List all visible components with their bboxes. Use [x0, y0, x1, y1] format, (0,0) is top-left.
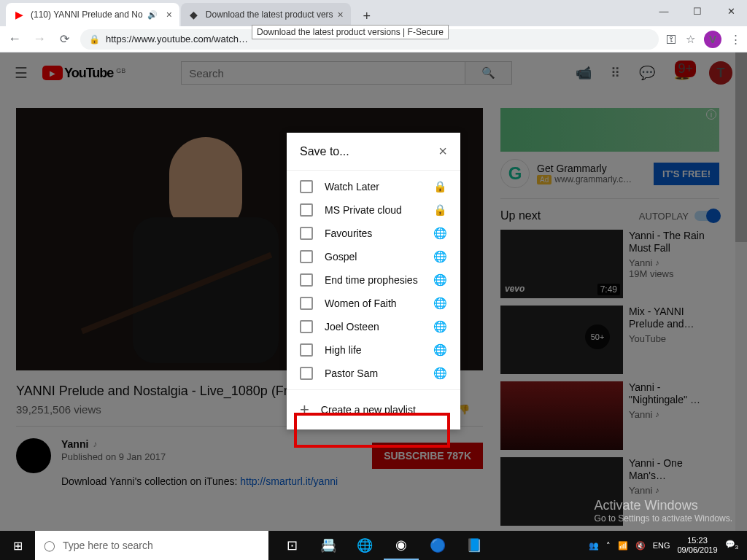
taskbar-app-2[interactable]: 🌐 [347, 531, 382, 560]
minimize-button[interactable]: — [654, 6, 674, 17]
globe-icon: 🌐 [433, 227, 447, 240]
playlist-checkbox[interactable] [300, 320, 313, 333]
save-to-playlist-modal: Save to... × Watch Later🔒MS Private clou… [287, 133, 460, 429]
close-window-button[interactable]: ✕ [721, 6, 741, 17]
windows-watermark: Activate Windows Go to Settings to activ… [595, 498, 732, 524]
globe-icon: 🌐 [433, 250, 447, 263]
playlist-checkbox[interactable] [300, 343, 313, 357]
browser-tab-active[interactable]: ▶ (110) YANNI Prelude and No 🔊 × [6, 3, 179, 26]
playlist-checkbox[interactable] [300, 250, 313, 263]
tab-tooltip: Download the latest product versions | F… [252, 25, 449, 39]
globe-icon: 🌐 [433, 343, 447, 357]
playlist-item[interactable]: High life🌐 [287, 338, 460, 362]
globe-icon: 🌐 [433, 320, 447, 333]
tab-title: Download the latest product vers [206, 9, 333, 20]
playlist-item[interactable]: Women of Faith🌐 [287, 292, 460, 315]
url-text: https://www.youtube.com/watch… [106, 34, 248, 44]
star-icon[interactable]: ☆ [686, 33, 695, 46]
playlist-name: MS Private cloud [325, 204, 422, 216]
taskbar-chrome[interactable]: ◉ [384, 531, 419, 560]
playlist-name: Gospel [325, 251, 422, 262]
tray-language[interactable]: ENG [653, 541, 670, 550]
playlist-checkbox[interactable] [300, 273, 313, 287]
lock-icon: 🔒 [433, 203, 447, 217]
tray-chevron-icon[interactable]: ˄ [606, 541, 611, 551]
create-playlist-label: Create a new playlist [321, 404, 416, 416]
playlist-name: High life [325, 344, 422, 356]
youtube-favicon: ▶ [13, 9, 25, 20]
tray-volume-muted-icon[interactable]: 🔇 [635, 541, 646, 551]
tab-close-icon[interactable]: × [338, 9, 344, 20]
key-icon[interactable]: ⚿ [666, 33, 677, 45]
playlist-name: Favourites [325, 228, 422, 239]
playlist-checkbox[interactable] [300, 297, 313, 310]
tray-clock[interactable]: 15:23 09/06/2019 [677, 536, 717, 555]
tray-people-icon[interactable]: 👥 [589, 541, 599, 551]
tray-network-icon[interactable]: 📶 [618, 541, 628, 551]
playlist-item[interactable]: Watch Later🔒 [287, 175, 460, 198]
chrome-menu-button[interactable]: ⋮ [730, 33, 741, 46]
playlist-item[interactable]: MS Private cloud🔒 [287, 198, 460, 222]
lock-icon: 🔒 [433, 180, 447, 193]
taskbar-app-1[interactable]: 📇 [311, 531, 346, 560]
playlist-item[interactable]: Gospel🌐 [287, 245, 460, 268]
playlist-checkbox[interactable] [300, 180, 313, 193]
taskbar-app-3[interactable]: 🔵 [420, 531, 455, 560]
cortana-icon: ◯ [44, 540, 55, 551]
tray-notifications-icon[interactable]: 💬3 [725, 540, 738, 551]
modal-title: Save to... [300, 145, 438, 158]
playlist-item[interactable]: Joel Osteen🌐 [287, 315, 460, 338]
tab-close-icon[interactable]: × [166, 9, 172, 20]
chrome-profile-button[interactable]: V [704, 31, 721, 48]
close-icon[interactable]: × [438, 143, 447, 160]
playlist-name: Watch Later [325, 181, 422, 192]
playlist-item[interactable]: Pastor Sam🌐 [287, 362, 460, 385]
playlist-item[interactable]: End time prophesies🌐 [287, 268, 460, 292]
playlist-name: Pastor Sam [325, 368, 422, 379]
globe-icon: 🌐 [433, 273, 447, 287]
reload-button[interactable]: ⟳ [55, 32, 73, 46]
playlist-checkbox[interactable] [300, 367, 313, 380]
playlist-checkbox[interactable] [300, 227, 313, 240]
taskbar-app-4[interactable]: 📘 [457, 531, 492, 560]
start-button[interactable]: ⊞ [0, 531, 35, 560]
playlist-name: End time prophesies [325, 274, 422, 286]
forward-button: → [31, 31, 48, 47]
globe-icon: 🌐 [433, 367, 447, 380]
lock-icon: 🔒 [89, 34, 100, 44]
playlist-checkbox[interactable] [300, 203, 313, 217]
globe-icon: 🌐 [433, 297, 447, 310]
windows-search-box[interactable]: ◯ Type here to search [35, 531, 268, 560]
create-new-playlist-button[interactable]: + Create a new playlist [287, 389, 460, 429]
maximize-button[interactable]: ☐ [687, 6, 708, 17]
playlist-item[interactable]: Favourites🌐 [287, 222, 460, 245]
back-button[interactable]: ← [6, 31, 23, 47]
task-view-icon[interactable]: ⊡ [274, 531, 309, 560]
playlist-name: Women of Faith [325, 298, 422, 309]
fsecure-favicon: ◆ [188, 9, 200, 20]
playlist-name: Joel Osteen [325, 321, 422, 332]
plus-icon: + [300, 400, 309, 419]
audio-playing-icon[interactable]: 🔊 [147, 10, 158, 20]
browser-tab-inactive[interactable]: ◆ Download the latest product vers × [181, 3, 351, 26]
new-tab-button[interactable]: + [357, 6, 377, 26]
tab-title: (110) YANNI Prelude and No [31, 9, 143, 20]
